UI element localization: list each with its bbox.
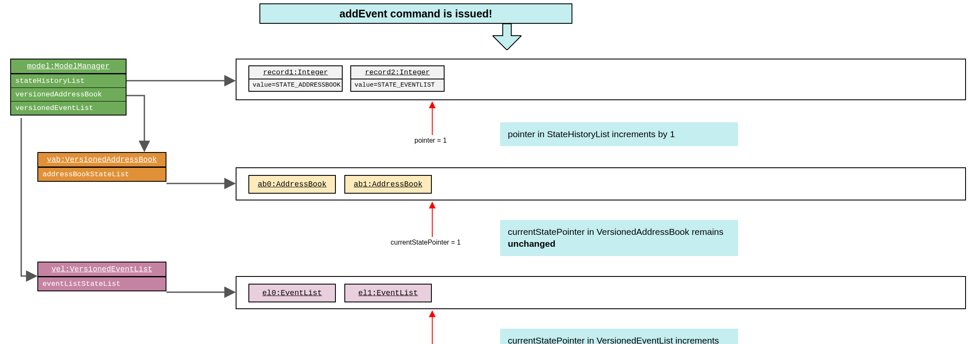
ab1-box: ab1:AddressBook	[344, 175, 432, 194]
pointer-label-1: pointer = 1	[414, 137, 447, 144]
record1-box: record1:Integer value=STATE_ADDRESSBOOK	[248, 65, 343, 92]
model-manager-object: model:ModelManager stateHistoryList vers…	[10, 59, 127, 116]
record1-value: value=STATE_ADDRESSBOOK	[249, 79, 342, 91]
event-list-state-list-box: el0:EventList el1:EventList	[236, 276, 966, 309]
record2-box: record2:Integer value=STATE_EVENTLIST	[350, 65, 445, 92]
vab-field: addressBookStateList	[38, 167, 166, 181]
record2-value: value=STATE_EVENTLIST	[351, 79, 444, 91]
banner-text: addEvent command is issued!	[340, 8, 493, 20]
banner-down-arrow-icon	[493, 24, 521, 50]
state-history-list-box: record1:Integer value=STATE_ADDRESSBOOK …	[236, 59, 966, 100]
mm-field-state-history: stateHistoryList	[11, 74, 126, 87]
ab0-box: ab0:AddressBook	[248, 175, 336, 194]
banner-title: addEvent command is issued!	[259, 3, 572, 24]
mm-field-versioned-event-list: versionedEventList	[11, 101, 126, 115]
pointer-label-2: currentStatePointer = 1	[391, 239, 461, 246]
el0-box: el0:EventList	[248, 284, 336, 302]
versioned-event-list-object: vel:VersionedEventList eventListStateLis…	[37, 262, 166, 291]
note-vel: currentStatePointer in VersionedEventLis…	[500, 329, 738, 344]
note-vab: currentStatePointer in VersionedAddressB…	[500, 220, 738, 256]
vab-title: vab:VersionedAddressBook	[38, 153, 166, 167]
note-vab-text-b: unchanged	[508, 239, 555, 248]
address-book-state-list-box: ab0:AddressBook ab1:AddressBook	[236, 167, 966, 200]
note-vab-text-a: currentStatePointer in VersionedAddressB…	[508, 227, 724, 237]
record1-title: record1:Integer	[249, 66, 342, 79]
vel-field: eventListStateList	[38, 277, 166, 290]
record2-title: record2:Integer	[351, 66, 444, 79]
vel-title: vel:VersionedEventList	[38, 262, 166, 277]
model-manager-title: model:ModelManager	[11, 59, 126, 74]
mm-field-versioned-address-book: versionedAddressBook	[11, 87, 126, 101]
note-state-history: pointer in StateHistoryList increments b…	[500, 122, 738, 146]
el1-box: el1:EventList	[344, 284, 432, 302]
versioned-address-book-object: vab:VersionedAddressBook addressBookStat…	[37, 152, 166, 182]
